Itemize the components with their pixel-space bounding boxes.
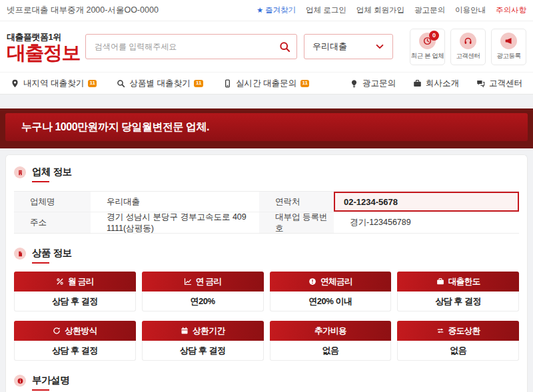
building-icon (14, 166, 26, 178)
section-title: 상품 정보 (32, 247, 72, 260)
smartphone-icon (223, 79, 232, 88)
detail-card: 업체 정보 업체명 우리대출 연락처 02-1234-5678 주소 경기 성남… (5, 154, 528, 392)
search-input[interactable] (85, 34, 297, 59)
customer-center-button[interactable]: 고객센터 (450, 29, 486, 65)
promo-banner: 누구나 1000만원까지 당일월변전문 업체. (5, 113, 528, 141)
info-circle-icon (14, 375, 26, 387)
ad-register-button[interactable]: 광고등록 (491, 29, 526, 65)
product-value: 연20% 이내 (270, 292, 392, 311)
nav-item-product-loans[interactable]: 상품별 대출찾기 11 (117, 78, 203, 89)
header-quick-buttons: 0 최근 본 업체 고객센터 광고등록 (410, 29, 526, 65)
section-title: 업체 정보 (32, 166, 72, 178)
main-nav: 내지역 대출찾기 11 상품별 대출찾기 11 실시간 대출문의 11 광고문의 (0, 72, 533, 95)
percent-icon (56, 278, 64, 286)
search-button[interactable] (274, 37, 294, 57)
ad-inquiry-link[interactable]: 광고문의 (414, 5, 445, 15)
promo-band: 누구나 1000만원까지 당일월변전문 업체. (0, 108, 533, 148)
company-info-table: 업체명 우리대출 연락처 02-1234-5678 주소 경기 성남시 분당구 … (14, 191, 519, 234)
title-underline (32, 181, 49, 182)
address-label: 주소 (14, 212, 91, 233)
chart-up-icon (184, 278, 192, 286)
product-box-monthly-rate: 월 금리 상담 후 결정 (14, 272, 136, 311)
product-box-loan-limit: 대출한도 상담 후 결정 (397, 272, 519, 311)
nav-item-region-loans[interactable]: 내지역 대출찾기 11 (11, 78, 97, 89)
product-value: 상담 후 결정 (14, 341, 136, 361)
address-value: 경기 성남시 분당구 경부고속도로 409 1111(삼평동) (91, 212, 259, 233)
product-value: 상담 후 결정 (142, 341, 264, 361)
location-pin-icon (11, 79, 19, 88)
company-name-label: 업체명 (14, 192, 91, 212)
nav-item-ad-inquiry[interactable]: 광고문의 (350, 78, 396, 89)
recent-viewed-count-badge: 0 (429, 31, 439, 41)
contact-value-cell: 02-1234-5678 (334, 192, 519, 212)
document-icon (14, 248, 26, 260)
nav-item-realtime-inquiry[interactable]: 실시간 대출문의 11 (223, 78, 309, 89)
search-icon (279, 41, 290, 53)
recent-viewed-button[interactable]: 0 최근 본 업체 (410, 29, 445, 65)
category-dropdown[interactable]: 우리대출 (304, 34, 393, 59)
caution-link[interactable]: 주의사항 (496, 5, 526, 15)
vendor-login-link[interactable]: 업체 로그인 (306, 5, 346, 15)
company-name-value: 우리대출 (91, 192, 259, 212)
count-badge: 11 (88, 80, 97, 87)
product-box-annual-rate: 연 금리 연20% (142, 272, 264, 311)
product-box-extra-cost: 추가비용 없음 (270, 321, 392, 361)
registration-number-label: 대부업 등록번호 (259, 212, 334, 233)
vendor-signup-link[interactable]: 업체 회원가입 (356, 5, 404, 15)
count-badge: 11 (300, 80, 309, 87)
alert-circle-icon (308, 278, 316, 286)
logo-tagline: 대출플랫폼1위 (7, 31, 81, 43)
product-box-repayment-method: 상환방식 상담 후 결정 (14, 321, 136, 361)
search-icon (117, 79, 125, 88)
headset-icon (460, 33, 476, 49)
logo-title: 대출정보 (7, 43, 81, 63)
calendar-icon (181, 327, 189, 335)
title-underline (32, 262, 49, 264)
product-value: 상담 후 결정 (397, 292, 519, 311)
topbar-links: ★즐겨찾기 업체 로그인 업체 회원가입 광고문의 이용안내 주의사항 (257, 5, 526, 15)
star-icon: ★ (257, 7, 263, 14)
megaphone-icon (500, 33, 517, 49)
briefcase-icon (436, 278, 444, 286)
nav-right-items: 광고문의 회사소개 고객센터 (350, 78, 522, 89)
site-logo[interactable]: 대출플랫폼1위 대출정보 (7, 31, 81, 63)
company-info-section-header: 업체 정보 (14, 166, 519, 182)
repeat-icon (436, 327, 444, 335)
nav-item-company-intro[interactable]: 회사소개 (413, 78, 459, 89)
header: 대출플랫폼1위 대출정보 우리대출 0 최근 본 업체 고객센터 (0, 21, 533, 72)
nav-item-customer-center[interactable]: 고객센터 (476, 78, 522, 89)
product-grid: 월 금리 상담 후 결정 연 금리 연20% 연체금리 연20% 이내 대출한도… (14, 272, 519, 361)
product-box-early-repayment: 중도상환 없음 (397, 321, 519, 361)
briefcase-icon (413, 79, 422, 88)
nav-left-items: 내지역 대출찾기 11 상품별 대출찾기 11 실시간 대출문의 11 (11, 78, 309, 89)
product-value: 상담 후 결정 (14, 292, 136, 311)
product-info-section-header: 상품 정보 (14, 247, 519, 264)
product-value: 없음 (397, 341, 519, 361)
title-underline (32, 389, 49, 391)
registration-number-value: 경기-123456789 (334, 212, 519, 233)
section-title: 부가설명 (32, 374, 69, 387)
lightbulb-icon (350, 79, 358, 88)
favorites-link[interactable]: ★즐겨찾기 (257, 5, 296, 15)
refresh-icon (53, 327, 61, 335)
product-box-overdue-rate: 연체금리 연20% 이내 (270, 272, 392, 311)
count-badge: 11 (194, 80, 203, 87)
category-selected-value: 우리대출 (312, 41, 347, 53)
usage-guide-link[interactable]: 이용안내 (455, 5, 486, 15)
chevron-down-icon (375, 42, 384, 51)
chat-icon (476, 79, 485, 88)
search-area (85, 34, 297, 59)
product-box-repayment-period: 상환기간 상담 후 결정 (142, 321, 264, 361)
product-value: 연20% (142, 292, 264, 311)
product-value: 없음 (270, 341, 392, 361)
phone-number[interactable]: 02-1234-5678 (334, 192, 519, 212)
contact-label: 연락처 (259, 192, 334, 212)
company-registration-text: 넷프로대출 대부중개 2000-서울OO-0000 (7, 5, 159, 16)
topbar: 넷프로대출 대부중개 2000-서울OO-0000 ★즐겨찾기 업체 로그인 업… (0, 0, 533, 21)
extra-info-section-header: 부가설명 (14, 374, 519, 391)
promo-banner-text: 누구나 1000만원까지 당일월변전문 업체. (21, 120, 209, 134)
